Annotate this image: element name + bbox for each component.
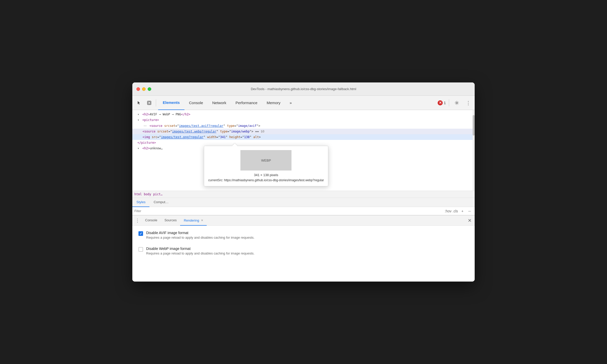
image-popup: WEBP 341 × 138 pixels currentSrc: https:… <box>204 146 328 186</box>
image-format-label: WEBP <box>261 159 271 162</box>
styles-bar: Styles Comput… <box>132 198 475 207</box>
srcset-link-1[interactable]: images/test.avif?regular <box>179 124 223 128</box>
gear-icon <box>454 101 459 105</box>
current-src-label: currentSrc: <box>208 178 223 182</box>
breadcrumb-body[interactable]: body <box>144 192 151 196</box>
settings-icon-btn[interactable] <box>452 98 461 107</box>
webp-option-title: Disable WebP image format <box>146 247 254 251</box>
webp-option: Disable WebP image format Requires a pag… <box>138 247 469 255</box>
breadcrumb-bar: html body pict… <box>132 191 475 198</box>
filter-bar: :hov .cls + ↔ <box>132 207 475 215</box>
hov-btn[interactable]: :hov <box>445 208 451 214</box>
image-dimensions: 341 × 138 pixels <box>208 173 324 177</box>
avif-option: Disable AVIF image format Requires a pag… <box>138 231 469 239</box>
tag-h2: <h2> <box>142 113 150 116</box>
html-line-source2: <source srcset="images/test.webp?regular… <box>132 129 475 134</box>
rendering-content: Disable AVIF image format Requires a pag… <box>132 226 475 282</box>
svg-point-2 <box>456 102 458 104</box>
current-src-url: https://mathiasbynens.github.io/css-dbg-… <box>224 178 324 182</box>
scrollbar-thumb[interactable] <box>473 115 475 136</box>
breadcrumb-picture[interactable]: pict… <box>153 192 162 196</box>
tab-more[interactable]: » <box>285 96 296 110</box>
webp-option-text: Disable WebP image format Requires a pag… <box>146 247 254 255</box>
maximize-button[interactable] <box>148 87 151 91</box>
close-button[interactable] <box>136 87 140 91</box>
tab-performance[interactable]: Performance <box>231 96 262 110</box>
drawer-tab-bar: ⋮ Console Sources Rendering × ✕ <box>132 215 475 226</box>
devtools-window: DevTools - mathiasbynens.github.io/css-d… <box>132 82 475 282</box>
minimize-button[interactable] <box>142 87 146 91</box>
webp-option-desc: Requires a page reload to apply and disa… <box>146 251 254 255</box>
html-line-img: <img src="images/test.png?regular" width… <box>132 134 475 140</box>
tab-nav: Elements Console Network Performance Mem… <box>158 96 437 110</box>
cursor-icon <box>137 101 141 105</box>
title-bar: DevTools - mathiasbynens.github.io/css-d… <box>132 82 475 96</box>
window-title: DevTools - mathiasbynens.github.io/css-d… <box>251 87 356 91</box>
tab-memory[interactable]: Memory <box>262 96 285 110</box>
collapse-arrow-h2-2[interactable]: ▾ <box>137 146 141 151</box>
tab-elements[interactable]: Elements <box>158 96 184 110</box>
avif-checkbox[interactable] <box>138 231 143 236</box>
tab-styles[interactable]: Styles <box>132 198 149 207</box>
svg-rect-0 <box>147 101 151 105</box>
filter-icons: :hov .cls + ↔ <box>445 208 473 214</box>
html-line-picture: ▾ <picture> <box>132 117 475 123</box>
cls-btn[interactable]: .cls <box>452 208 458 214</box>
image-preview: WEBP <box>240 150 291 171</box>
avif-option-text: Disable AVIF image format Requires a pag… <box>146 231 254 239</box>
cursor-icon-btn[interactable] <box>134 98 144 107</box>
tab-computed[interactable]: Comput… <box>149 198 173 207</box>
html-line: ▾ <h2>AVIF → WebP → PNG</h2> <box>132 112 475 117</box>
more-options-icon: ⋮ <box>466 100 471 106</box>
drawer-close-btn[interactable]: ✕ <box>465 216 474 225</box>
add-style-btn[interactable]: + <box>459 208 465 214</box>
source1-ellipsis[interactable]: ··· <box>143 123 148 128</box>
drawer-tab-console[interactable]: Console <box>142 215 161 226</box>
filter-input[interactable] <box>134 209 445 213</box>
elements-panel: ▾ <h2>AVIF → WebP → PNG</h2> ▾ <picture>… <box>132 110 475 191</box>
error-badge-btn[interactable]: ✕ 1 <box>438 100 446 105</box>
webp-checkbox[interactable] <box>138 247 143 252</box>
toolbar-right: ✕ 1 ⋮ <box>438 98 473 107</box>
drawer-tab-sources[interactable]: Sources <box>161 215 180 226</box>
elements-scrollbar[interactable] <box>473 110 475 191</box>
srcset-link-2[interactable]: images/test.webp?regular <box>172 130 216 133</box>
toolbar-divider-2 <box>449 99 449 106</box>
devtools-toolbar: Elements Console Network Performance Mem… <box>132 96 475 110</box>
traffic-lights <box>136 87 151 91</box>
expand-btn[interactable]: ↔ <box>466 208 473 214</box>
inspector-icon-btn[interactable] <box>145 98 154 107</box>
webp-checkbox-wrapper <box>138 247 143 252</box>
html-line-source1: ··· <source srcset="images/test.avif?reg… <box>132 123 475 129</box>
image-current-src: currentSrc: https://mathiasbynens.github… <box>208 178 324 182</box>
tab-console[interactable]: Console <box>184 96 208 110</box>
inspector-icon <box>147 101 151 105</box>
error-icon: ✕ <box>438 100 443 105</box>
toolbar-divider <box>156 99 156 106</box>
close-rendering-tab[interactable]: × <box>201 218 203 222</box>
popup-arrow <box>232 143 237 146</box>
svg-rect-1 <box>148 102 150 104</box>
error-count: 1 <box>444 101 446 105</box>
bottom-drawer: ⋮ Console Sources Rendering × ✕ Disable … <box>132 215 475 282</box>
drawer-tab-rendering[interactable]: Rendering × <box>180 215 207 226</box>
breadcrumb-html[interactable]: html <box>134 192 142 196</box>
more-options-btn[interactable]: ⋮ <box>463 98 473 107</box>
drawer-menu-btn[interactable]: ⋮ <box>133 216 142 225</box>
main-content: ▾ <h2>AVIF → WebP → PNG</h2> ▾ <picture>… <box>132 110 475 282</box>
collapse-arrow-picture[interactable]: ▾ <box>137 117 141 123</box>
tab-network[interactable]: Network <box>208 96 231 110</box>
avif-option-title: Disable AVIF image format <box>146 231 254 235</box>
html-line-picture-close: </picture> <box>132 140 475 145</box>
avif-option-desc: Requires a page reload to apply and disa… <box>146 236 254 239</box>
avif-checkbox-wrapper <box>138 231 143 236</box>
img-src-link[interactable]: images/test.png?regular <box>161 135 203 139</box>
collapse-arrow[interactable]: ▾ <box>137 112 141 117</box>
